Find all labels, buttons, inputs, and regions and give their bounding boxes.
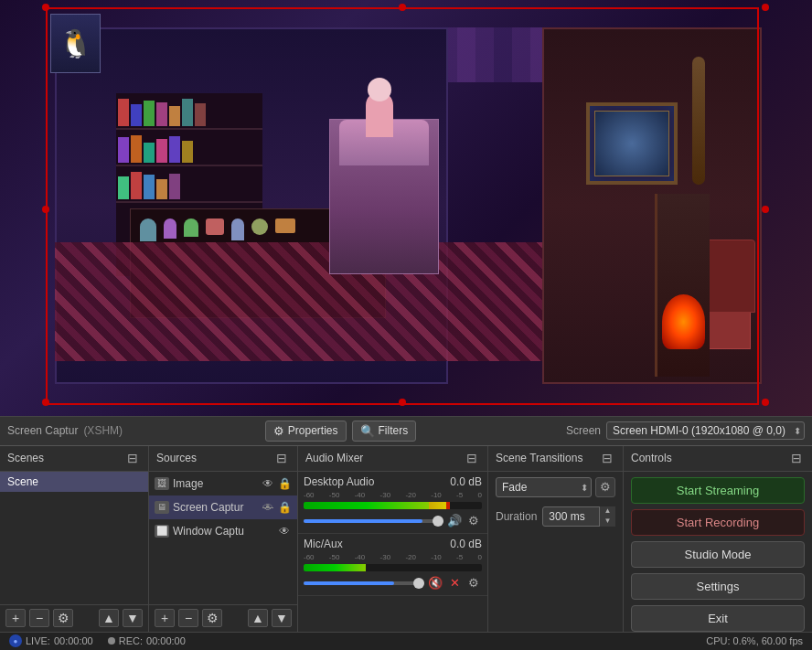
book	[195, 103, 206, 126]
transition-gear-btn[interactable]: ⚙	[595, 477, 615, 497]
start-recording-button[interactable]: Start Recording	[631, 509, 805, 536]
handle-mid-right[interactable]	[762, 206, 769, 213]
book	[169, 136, 180, 163]
handle-bot-right[interactable]	[762, 399, 769, 406]
handle-bot-mid[interactable]	[399, 399, 406, 406]
preview-area: 🐧	[0, 0, 812, 416]
controls-content: Start Streaming Start Recording Studio M…	[624, 472, 812, 632]
start-streaming-label: Start Streaming	[677, 484, 759, 497]
sources-footer: + − ⚙ ▲ ▼	[149, 604, 297, 632]
source-screen-visibility[interactable]: 👁	[261, 501, 275, 514]
sources-panel-header: Sources ⊟	[149, 446, 297, 472]
source-down-btn[interactable]: ▼	[272, 609, 292, 627]
controls-panel: Controls ⊟ Start Streaming Start Recordi…	[624, 446, 812, 632]
audio-panel: Audio Mixer ⊟ Desktop Audio 0.0 dB -60 -…	[298, 446, 488, 632]
desktop-volume-slider[interactable]	[304, 519, 443, 523]
properties-label: Properties	[288, 424, 338, 437]
duration-up-btn[interactable]: ▲	[600, 506, 615, 517]
scene-item-scene[interactable]: Scene	[0, 472, 148, 492]
filters-button[interactable]: 🔍 Filters	[352, 421, 417, 442]
mic-volume-slider[interactable]	[304, 581, 424, 585]
source-image-visibility[interactable]: 👁	[261, 477, 275, 490]
source-screen-actions: 👁 🔒	[261, 501, 292, 514]
fireplace	[655, 194, 710, 377]
audio-panel-header: Audio Mixer ⊟	[298, 446, 487, 472]
audio-panel-title: Audio Mixer	[305, 452, 363, 464]
duration-spinners: ▲ ▼	[599, 506, 615, 527]
transitions-panel: Scene Transitions ⊟ Fade Cut Swipe Slide	[488, 446, 624, 632]
cpu-label: CPU: 0.6%, 60.00 fps	[706, 635, 803, 646]
screen-select-wrapper: Screen HDMI-0 (1920x1080 @ 0,0)	[606, 421, 805, 440]
studio-mode-button[interactable]: Studio Mode	[631, 541, 805, 568]
live-label: LIVE:	[26, 635, 50, 646]
mic-slider-thumb	[413, 578, 424, 589]
filters-label: Filters	[379, 424, 409, 437]
source-item-image[interactable]: 🖼 Image 👁 🔒	[149, 472, 297, 495]
fire	[662, 294, 705, 349]
scenes-collapse-btn[interactable]: ⊟	[124, 450, 141, 466]
book	[182, 141, 193, 163]
handle-top-mid[interactable]	[399, 4, 406, 11]
source-settings-btn[interactable]: ⚙	[202, 609, 222, 627]
source-up-btn[interactable]: ▲	[248, 609, 268, 627]
exit-button[interactable]: Exit	[631, 605, 805, 632]
source-type-label: (XSHM)	[83, 424, 123, 437]
source-add-btn[interactable]: +	[155, 609, 175, 627]
desktop-slider-fill	[304, 519, 422, 523]
controls-header-icons: ⊟	[788, 450, 805, 466]
book	[144, 175, 155, 199]
potion-4	[231, 218, 244, 240]
handle-top-left[interactable]	[42, 4, 49, 11]
rec-time: 00:00:00	[146, 635, 186, 646]
rec-dot	[108, 637, 115, 645]
source-image-label: Image	[173, 477, 203, 490]
mic-mute-btn[interactable]: 🔇	[427, 575, 443, 591]
desktop-audio-db: 0.0 dB	[450, 475, 482, 488]
start-streaming-button[interactable]: Start Streaming	[631, 477, 805, 504]
handle-bot-left[interactable]	[42, 399, 49, 406]
audio-header-icons: ⊟	[464, 450, 480, 466]
studio-mode-label: Studio Mode	[685, 548, 752, 561]
transition-type-row: Fade Cut Swipe Slide ⚙	[488, 472, 623, 503]
source-remove-btn[interactable]: −	[178, 609, 198, 627]
duration-down-btn[interactable]: ▼	[600, 517, 615, 527]
scenes-header-icons: ⊟	[124, 450, 141, 466]
settings-button[interactable]: Settings	[631, 573, 805, 600]
mic-volume-x-btn[interactable]: ✕	[446, 575, 463, 591]
scene-up-btn[interactable]: ▲	[99, 609, 119, 627]
handle-top-right[interactable]	[762, 4, 769, 11]
scene-remove-btn[interactable]: −	[29, 609, 49, 627]
desktop-speaker-btn[interactable]: 🔊	[446, 513, 463, 529]
rec-label: REC:	[119, 635, 143, 646]
sources-list: 🖼 Image 👁 🔒 🖥 Screen Captur 👁 🔒	[149, 472, 297, 604]
scene-settings-btn[interactable]: ⚙	[53, 609, 73, 627]
source-screen-lock[interactable]: 🔒	[277, 501, 292, 514]
audio-collapse-btn[interactable]: ⊟	[464, 450, 480, 466]
box-1	[206, 218, 224, 235]
screen-label: Screen	[566, 424, 601, 437]
source-item-screen[interactable]: 🖥 Screen Captur 👁 🔒	[149, 495, 297, 519]
rec-status: REC: 00:00:00	[108, 635, 186, 646]
desktop-gear-btn[interactable]: ⚙	[465, 513, 482, 529]
game-logo: 🐧	[50, 14, 101, 73]
mic-gear-btn[interactable]: ⚙	[465, 575, 482, 591]
controls-collapse-btn[interactable]: ⊟	[788, 450, 805, 466]
desktop-meter-red	[446, 502, 450, 509]
screen-select[interactable]: Screen HDMI-0 (1920x1080 @ 0,0)	[606, 421, 805, 440]
transition-type-select[interactable]: Fade Cut Swipe Slide	[496, 477, 592, 497]
transitions-collapse-btn[interactable]: ⊟	[599, 450, 615, 466]
handle-mid-left[interactable]	[42, 206, 49, 213]
scene-add-btn[interactable]: +	[5, 609, 26, 627]
source-screen-label: Screen Captur	[173, 501, 243, 514]
properties-button[interactable]: ⚙ Properties	[265, 421, 347, 442]
desktop-audio-controls: 🔊 ⚙	[304, 513, 482, 529]
book	[169, 174, 180, 199]
sources-panel: Sources ⊟ 🖼 Image 👁 🔒 🖥	[149, 446, 298, 632]
source-window-visibility[interactable]: 👁	[277, 525, 292, 538]
room-right	[542, 27, 762, 384]
mic-slider-fill	[304, 581, 394, 585]
scene-down-btn[interactable]: ▼	[123, 609, 143, 627]
source-item-window[interactable]: ⬜ Window Captu 👁	[149, 519, 297, 543]
source-image-lock[interactable]: 🔒	[277, 477, 292, 490]
sources-collapse-btn[interactable]: ⊟	[273, 450, 290, 466]
